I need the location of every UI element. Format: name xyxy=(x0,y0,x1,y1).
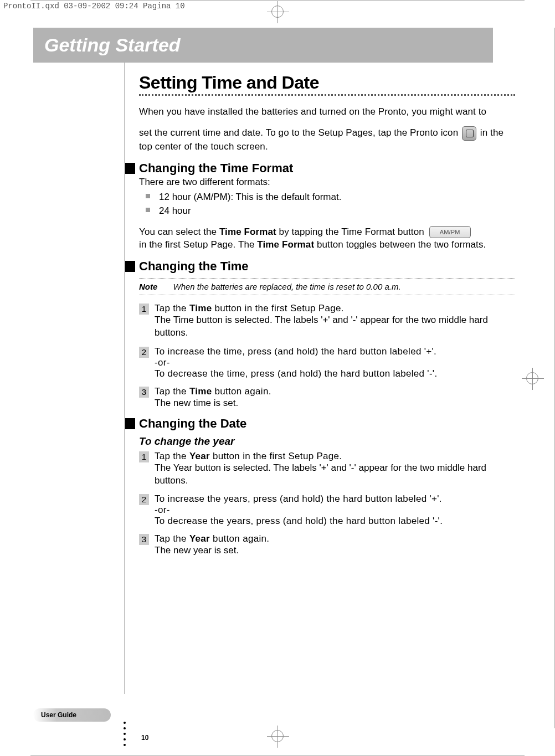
heading-marker-icon xyxy=(125,163,135,174)
step-main: Tap the Time button again. xyxy=(155,386,515,397)
subheading-label: Changing the Date xyxy=(139,416,246,431)
crop-mark-icon xyxy=(271,730,284,742)
note-box: Note When the batteries are replaced, th… xyxy=(139,278,515,295)
step-number: 2 xyxy=(139,494,149,505)
step-sub: The new time is set. xyxy=(155,397,515,410)
step-sub: The Year button is selected. The labels … xyxy=(155,462,515,487)
crop-mark-icon xyxy=(271,6,284,18)
formats-intro: There are two different formats: xyxy=(139,177,515,188)
note-label: Note xyxy=(139,282,157,291)
step-or: -or- xyxy=(155,357,515,368)
sub-subheading: To change the year xyxy=(139,435,515,448)
time-steps-list: 1 Tap the Time button in the first Setup… xyxy=(139,303,515,410)
heading-marker-icon xyxy=(125,418,135,429)
list-item: 12 hour (AM/PM): This is the default for… xyxy=(151,190,515,204)
step-sub: The new year is set. xyxy=(155,544,515,557)
step-main: To decrease the years, press (and hold) … xyxy=(155,516,515,527)
time-format-paragraph: You can select the Time Format by tappin… xyxy=(139,226,515,251)
step-sub: The Time button is selected. The labels … xyxy=(155,314,515,340)
step-main: To decrease the time, press (and hold) t… xyxy=(155,368,515,379)
subheading-label: Changing the Time xyxy=(139,259,249,274)
subheading-time: Changing the Time xyxy=(139,259,515,274)
crop-mark-icon xyxy=(526,372,538,384)
page-number: 10 xyxy=(141,734,148,742)
step-item: 2 To increase the years, press (and hold… xyxy=(139,493,515,527)
heading-marker-icon xyxy=(125,261,135,272)
chapter-title: Getting Started xyxy=(33,28,493,63)
pronto-icon xyxy=(462,126,476,141)
note-text: When the batteries are replaced, the tim… xyxy=(173,282,401,291)
divider xyxy=(139,94,515,96)
step-item: 3 Tap the Time button again. The new tim… xyxy=(139,386,515,410)
intro-paragraph-2: set the current time and date. To go to … xyxy=(139,126,515,153)
step-item: 3 Tap the Year button again. The new yea… xyxy=(139,533,515,557)
footer-dots-icon xyxy=(124,722,126,746)
step-item: 1 Tap the Time button in the first Setup… xyxy=(139,303,515,340)
step-main: To increase the time, press (and hold) t… xyxy=(155,346,515,357)
step-number: 1 xyxy=(139,304,149,315)
step-item: 1 Tap the Year button in the first Setup… xyxy=(139,451,515,487)
step-number: 1 xyxy=(139,451,149,462)
intro-text: set the current time and date. To go to … xyxy=(139,127,461,138)
step-main: Tap the Year button again. xyxy=(155,533,515,544)
footer-user-guide: User Guide xyxy=(33,708,111,722)
ampm-button-icon: AM/PM xyxy=(429,226,471,238)
intro-paragraph-1: When you have installed the batteries an… xyxy=(139,106,515,119)
list-item: 24 hour xyxy=(151,204,515,218)
subheading-date: Changing the Date xyxy=(139,416,515,431)
step-main: To increase the years, press (and hold) … xyxy=(155,493,515,505)
step-main: Tap the Time button in the first Setup P… xyxy=(155,303,515,314)
subheading-label: Changing the Time Format xyxy=(139,161,293,176)
subheading-time-format: Changing the Time Format xyxy=(139,161,515,176)
step-number: 3 xyxy=(139,534,149,545)
format-list: 12 hour (AM/PM): This is the default for… xyxy=(139,190,515,218)
step-item: 2 To increase the time, press (and hold)… xyxy=(139,346,515,379)
year-steps-list: 1 Tap the Year button in the first Setup… xyxy=(139,451,515,558)
section-title: Setting Time and Date xyxy=(139,73,515,93)
step-main: Tap the Year button in the first Setup P… xyxy=(155,451,515,462)
step-or: -or- xyxy=(155,505,515,516)
step-number: 2 xyxy=(139,347,149,358)
step-number: 3 xyxy=(139,387,149,398)
